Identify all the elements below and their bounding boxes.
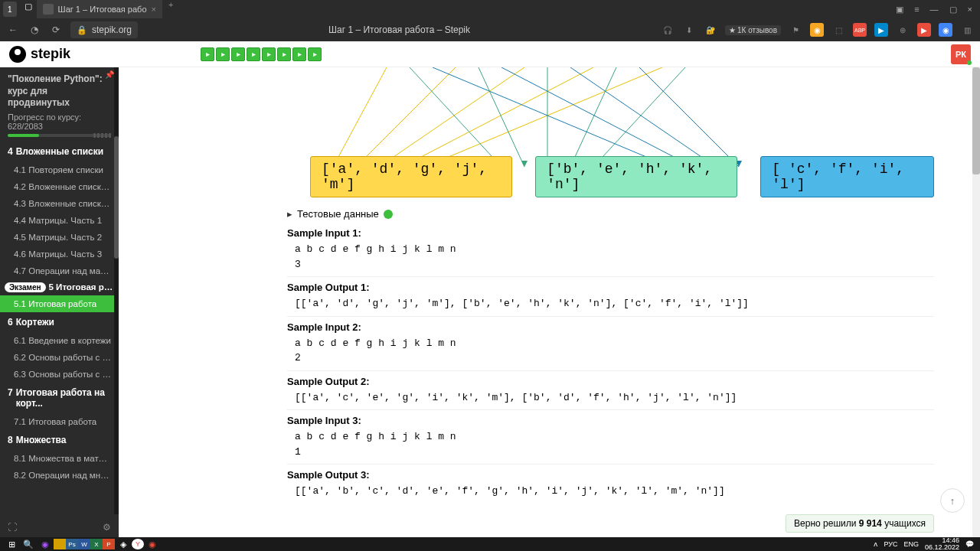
step-pill[interactable]: ▸ [292, 47, 306, 61]
privacy-icon[interactable]: 🔐 [704, 23, 717, 37]
step-pill[interactable]: ▸ [201, 47, 214, 61]
menu-icon[interactable]: ≡ [914, 5, 919, 15]
close-icon[interactable]: × [968, 5, 972, 15]
svg-line-10 [433, 67, 670, 167]
ext-6[interactable]: ◉ [939, 23, 952, 37]
svg-line-11 [501, 67, 693, 167]
step-pill[interactable]: ▸ [277, 47, 291, 61]
settings-icon[interactable]: ⚙ [103, 522, 111, 533]
nav-item[interactable]: 5.1 Итоговая работа [0, 295, 119, 312]
new-tab-icon[interactable]: ▢ [20, 0, 37, 12]
task-app[interactable]: ◈ [115, 538, 132, 550]
panel-icon[interactable]: ▣ [896, 5, 903, 15]
task-app[interactable]: ◉ [37, 538, 54, 550]
nav-list: 4 Вложенные списки4.1 Повторяем списки4.… [0, 142, 119, 517]
page-title: Шаг 1 – Итоговая работа – Stepik [145, 24, 653, 35]
download-icon[interactable]: ⬇ [682, 23, 696, 37]
stepik-logo[interactable]: stepik [9, 46, 70, 63]
step-pill[interactable]: ▸ [231, 47, 245, 61]
ext-4[interactable]: ⊕ [896, 23, 910, 37]
url-text: stepik.org [92, 24, 132, 35]
nav-item[interactable]: 4.2 Вложенные списки. Ча... [0, 178, 119, 195]
nav-item[interactable]: 4.7 Операции над матрица... [0, 262, 119, 279]
section-header-exam[interactable]: Экзамен5 Итоговая работа... [0, 279, 119, 295]
svg-line-12 [570, 67, 716, 167]
minimize-icon[interactable]: — [930, 5, 939, 15]
task-app[interactable]: P [103, 539, 115, 549]
headphones-icon[interactable]: 🎧 [661, 23, 675, 37]
address-bar: ← ◔ ⟳ 🔒 stepik.org Шаг 1 – Итоговая рабо… [0, 18, 980, 41]
search-icon[interactable]: 🔍 [20, 538, 37, 550]
task-app[interactable]: ◉ [144, 538, 161, 550]
main-layout: 📌 "Поколение Python": курс для продвинут… [0, 67, 980, 537]
section-header[interactable]: 8 Множества [0, 430, 119, 450]
user-avatar[interactable]: РК [951, 44, 971, 64]
nav-item[interactable]: 4.3 Вложенные списки. Ча... [0, 195, 119, 212]
shield-icon[interactable]: ◔ [28, 24, 41, 35]
section-header[interactable]: 4 Вложенные списки [0, 142, 119, 161]
step-pill[interactable]: ▸ [262, 47, 276, 61]
list-boxes: ['a', 'd', 'g', 'j', 'm'] ['b', 'e', 'h'… [310, 156, 934, 197]
pin-icon[interactable]: 📌 [105, 70, 114, 79]
step-pill[interactable]: ▸ [308, 47, 322, 61]
maximize-icon[interactable]: ▢ [949, 5, 957, 15]
ext-3[interactable]: ▶ [874, 23, 888, 37]
fullscreen-icon[interactable]: ⛶ [8, 522, 17, 533]
course-header: 📌 "Поколение Python": курс для продвинут… [0, 67, 119, 142]
tray-clock[interactable]: 14:4606.12.2022 [925, 537, 959, 551]
reload-button[interactable]: ⟳ [49, 24, 63, 35]
tray-lang[interactable]: РУС [884, 540, 897, 548]
nav-item[interactable]: 4.4 Матрицы. Часть 1 [0, 212, 119, 229]
nav-item[interactable]: 7.1 Итоговая работа [0, 413, 119, 430]
browser-tab[interactable]: Шаг 1 – Итоговая рабо × [37, 0, 162, 18]
sidebar-icon[interactable]: ▥ [960, 23, 974, 37]
section-header[interactable]: 6 Кортежи [0, 312, 119, 332]
svg-line-2 [379, 67, 524, 167]
task-app[interactable]: X [90, 539, 103, 549]
bookmark-icon[interactable]: ⚑ [789, 23, 802, 37]
nav-item[interactable]: 8.1 Множества в математ... [0, 450, 119, 467]
tab-counter[interactable]: 1 [3, 2, 17, 17]
sample-block: Sample Input 2:a b c d e f g h i j k l m… [287, 321, 934, 371]
nav-item[interactable]: 4.6 Матрицы. Часть 3 [0, 246, 119, 262]
notifications-icon[interactable]: 💬 [965, 540, 974, 548]
ext-abp[interactable]: ABP [853, 23, 867, 37]
section-header[interactable]: 7 Итоговая работа на корт... [0, 383, 119, 413]
test-data-toggle[interactable]: ▸ Тестовые данные [287, 208, 934, 220]
reviews-badge[interactable]: ★ 1К отзывов [725, 25, 781, 35]
tab-close-icon[interactable]: × [152, 5, 156, 14]
sample-code: a b c d e f g h i j k l m n 2 [287, 335, 934, 371]
nav-item[interactable]: 4.5 Матрицы. Часть 2 [0, 229, 119, 246]
logo-text: stepik [31, 46, 70, 62]
task-app[interactable]: W [78, 539, 90, 549]
tray-expand-icon[interactable]: ʌ [874, 540, 877, 548]
back-button[interactable]: ← [6, 24, 20, 35]
page-scrollbar[interactable] [972, 67, 980, 537]
tray-lang2[interactable]: ENG [903, 540, 919, 548]
lock-icon: 🔒 [77, 25, 87, 35]
svg-line-9 [593, 67, 685, 167]
step-pill[interactable]: ▸ [247, 47, 260, 61]
nav-item[interactable]: 8.2 Операции над множес... [0, 467, 119, 484]
ext-5[interactable]: ▶ [917, 23, 931, 37]
samples-container: Sample Input 1:a b c d e f g h i j k l m… [287, 227, 934, 504]
ext-2[interactable]: ⬚ [831, 23, 845, 37]
task-app[interactable] [54, 539, 66, 549]
task-app[interactable]: Ps [66, 539, 78, 549]
status-dot-icon [384, 210, 393, 219]
nav-item[interactable]: 6.1 Введение в кортежи [0, 332, 119, 349]
url-input[interactable]: 🔒 stepik.org [70, 21, 138, 38]
nav-item[interactable]: 6.2 Основы работы с корт... [0, 349, 119, 366]
start-button[interactable]: ⊞ [3, 538, 20, 550]
nav-item[interactable]: 6.3 Основы работы с корт... [0, 366, 119, 383]
progress-bar [8, 134, 111, 137]
nav-item[interactable]: 4.1 Повторяем списки [0, 161, 119, 178]
logo-icon [9, 46, 26, 63]
svg-line-5 [410, 67, 501, 167]
sample-block: Sample Output 3:[['a', 'b', 'c', 'd', 'e… [287, 469, 934, 504]
ext-1[interactable]: ◉ [810, 23, 824, 37]
step-pill[interactable]: ▸ [216, 47, 230, 61]
task-app[interactable]: Y [132, 539, 144, 549]
add-tab-button[interactable]: + [162, 0, 179, 18]
scroll-top-button[interactable]: ↑ [940, 488, 965, 513]
